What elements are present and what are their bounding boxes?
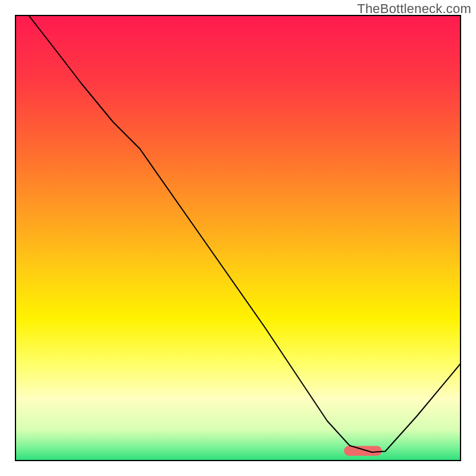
watermark-label: TheBottleneck.com bbox=[357, 1, 471, 17]
plot-area bbox=[15, 15, 461, 461]
plot-svg bbox=[15, 15, 461, 461]
plot-background bbox=[15, 15, 461, 461]
optimal-zone-marker bbox=[344, 446, 382, 456]
chart-container: TheBottleneck.com bbox=[0, 0, 476, 476]
